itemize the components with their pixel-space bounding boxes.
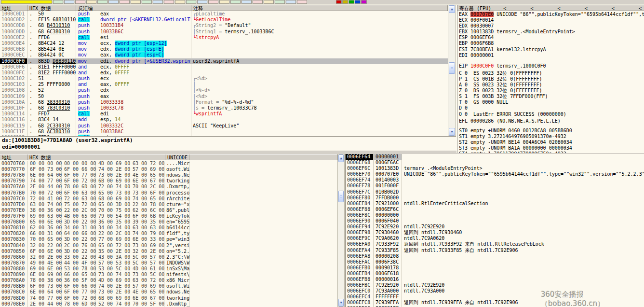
register-row[interactable]: O 0 LastErr ERROR_SUCCESS (00000000) <box>457 112 644 117</box>
scrollbar-thumb[interactable] <box>338 191 344 202</box>
toolbar-button[interactable] <box>197 0 207 4</box>
stack-row[interactable]: 0006EF847C921000ntdll.RtlEnterCriticalSe… <box>346 201 644 207</box>
disasm-row[interactable]: 1000C0DD. 68 6C3B0310push10033B6C│String… <box>0 29 448 35</box>
memory-dump-pane[interactable]: 地址 HEX 数据 UNICODE 0007076000 00 00 0000 … <box>0 154 337 307</box>
history-arrows[interactable]: < < < < < < <box>503 5 644 11</box>
dump-row[interactable]: 000708A078 00 38 0036 00 5F 004D 00 69 0… <box>0 278 337 283</box>
register-row[interactable]: EDX 00030007 <box>457 23 644 29</box>
register-row[interactable]: EBP 0006F6B8 <box>457 41 644 46</box>
disasm-row[interactable]: 1000C0E4. 8B4C24 12movecx, dword ptr [es… <box>0 41 448 46</box>
register-row[interactable]: ESI 7C80BEA1 kernel32.lstrcpyA <box>457 47 644 53</box>
toolbar-button[interactable] <box>97 0 107 4</box>
toolbar-button[interactable] <box>153 0 163 4</box>
dump-row[interactable]: 000707C072 00 41 0072 00 63 0068 00 69 0… <box>0 196 337 202</box>
disasm-row[interactable]: 1000C119. 68 2C330310push1003332CASCII "… <box>0 123 448 129</box>
toolbar-button[interactable] <box>164 0 174 4</box>
register-row[interactable]: D 0 <box>457 105 644 111</box>
dump-row[interactable]: 0007082066 00 31 0064 00 66 0022 00 2C 0… <box>0 231 337 237</box>
stack-pane[interactable]: 0006EF64000000010006EF680006F6AC0006EF6C… <box>345 154 644 307</box>
register-row[interactable]: EBX 1001383D termsrv_.<ModuleEntryPoint> <box>457 29 644 35</box>
register-row[interactable]: C 0 ES 0023 32位 0(FFFFFFFF) <box>457 70 644 76</box>
dump-row[interactable]: 000707806E 00 64 006F 00 77 0073 00 2E 0… <box>0 172 337 178</box>
stack-row[interactable]: 0006EF9C7C9A0620ntdll.7C9A0620 <box>346 236 644 241</box>
disasm-row[interactable]: 1000C102. 51pushecx┌<%d> <box>0 76 448 82</box>
dump-row[interactable]: 0007088069 00 6E 0053 00 78 0053 00 5C 0… <box>0 266 337 272</box>
stack-row[interactable]: 0006EF807FFDB000 <box>346 195 644 201</box>
disasm-row[interactable]: 1000C10A. 68 38330310push10033338│Format… <box>0 99 448 105</box>
toolbar-button[interactable] <box>53 0 63 4</box>
dump-row[interactable]: 000708C06E 00 64 006F 00 77 0073 00 2E 0… <box>0 289 337 295</box>
disasm-row[interactable]: 1000C0F0. 8B3D D8B30110movedi, dword ptr… <box>0 58 448 64</box>
disasm-row[interactable]: 1000C108. 52pushedx│<%-d> <box>0 87 448 93</box>
toolbar-button[interactable] <box>208 0 218 4</box>
toolbar-button[interactable] <box>131 0 141 4</box>
toolbar-button[interactable] <box>230 0 241 4</box>
registers-pane[interactable]: 寄存器 (FPU) < < < < < < EAX 000707E0 UNICO… <box>457 5 644 153</box>
toolbar-letter-button[interactable] <box>361 0 367 4</box>
stack-row[interactable]: 0006EF78001F000F <box>346 183 644 189</box>
toolbar-dropdown[interactable] <box>1 0 52 4</box>
dump-row[interactable]: 000707B070 00 72 006F 00 63 0065 00 73 0… <box>0 190 337 196</box>
scroll-down-icon[interactable]: ▼ <box>449 128 455 136</box>
register-row[interactable]: EAX 000707E0 UNICODE "86"",publicKeyToke… <box>457 12 644 17</box>
toolbar-letter-button[interactable] <box>349 0 354 4</box>
disasm-row[interactable]: 1000C0FC. 81E2 FFFF0000andedx, 0FFFF <box>0 70 448 76</box>
disasm-row[interactable]: 1000C0D8. 68 B4310310push100331B4┌String… <box>0 23 448 28</box>
toolbar-button[interactable] <box>120 0 130 4</box>
scroll-up-icon[interactable]: ▲ <box>449 5 455 13</box>
register-row[interactable]: T 0 GS 0000 NULL <box>457 99 644 105</box>
stack-row[interactable]: 0006EF680006F6AC <box>346 160 644 166</box>
dump-row[interactable]: 0007087049 00 4E 0044 00 4F 0057 00 53 0… <box>0 260 337 266</box>
stack-row[interactable]: 0006EF7400140003 <box>346 177 644 183</box>
toolbar-letter-button[interactable] <box>336 0 342 4</box>
register-row[interactable]: Z 0 DS 0023 32位 0(FFFFFFFF) <box>457 88 644 94</box>
dump-row[interactable]: 000708D074 00 77 006F 00 72 006B 00 69 0… <box>0 295 337 301</box>
toolbar-button[interactable] <box>186 0 196 4</box>
register-row[interactable]: ESP 0006EF64 <box>457 35 644 41</box>
register-row[interactable]: EFL 00000286 (NO,NB,NE,A,S,PE,L,LE) <box>457 118 644 124</box>
dump-row[interactable]: 0007084032 00 22 002C 00 76 0065 00 72 0… <box>0 243 337 249</box>
stack-row[interactable]: 0006EF6400000001 <box>346 154 644 160</box>
register-row[interactable]: EIP 1000C0F0 termsrv_.1000C0F0 <box>457 63 644 69</box>
scrollbar-thumb[interactable] <box>449 62 455 74</box>
toolbar-button[interactable] <box>175 0 185 4</box>
toolbar-button[interactable] <box>86 0 96 4</box>
register-row[interactable]: ST3 empty -UNORM BA1A 00000000 00000034 <box>457 145 644 151</box>
disasm-row[interactable]: 1000C0D2. FF15 68B10110calldword ptr [<&… <box>0 17 448 23</box>
register-row[interactable]: ST2 empty -UNORM BE14 004A6C04 02080034 <box>457 140 644 145</box>
toolbar-button[interactable] <box>275 0 285 4</box>
stack-row[interactable]: 0006EFA800000208 <box>346 253 644 259</box>
toolbar-button[interactable] <box>108 0 119 4</box>
stack-row[interactable]: 0006EF947C92E920ntdll.7C92E920 <box>346 224 644 230</box>
stack-row[interactable]: 0006EFB800000016 <box>346 277 644 282</box>
toolbar-button[interactable] <box>242 0 252 4</box>
register-row[interactable]: EDI 00000001 <box>457 53 644 58</box>
disasm-row[interactable]: 1000C114. FFD7calledi└wsprintfA <box>0 111 448 117</box>
dump-row[interactable]: 000708506F 00 6E 003D 00 22 0035 00 2E 0… <box>0 249 337 254</box>
toolbar-button[interactable] <box>142 0 152 4</box>
stack-row[interactable]: 0006EF987C930460返回到 ntdll.7C930460 <box>346 230 644 236</box>
dump-row[interactable]: 0007086032 00 2E 0033 00 22 0043 00 3A 0… <box>0 254 337 260</box>
scroll-up-icon[interactable]: ▲ <box>338 154 344 162</box>
disasm-row[interactable]: 1000C109. 50pusheax│<%d> <box>0 94 448 99</box>
disasm-row[interactable]: 1000C0EC. 8B4424 0Cmoveax, dword ptr [es… <box>0 52 448 58</box>
dump-scrollbar[interactable]: ▲ ▼ <box>337 154 345 307</box>
stack-row[interactable]: 0006EFA07C933F92返回到 ntdll.7C933F92 来自 nt… <box>346 241 644 247</box>
register-row[interactable]: S 1 FS 003B 32位 7FFDF000(FFF) <box>457 94 644 99</box>
disasm-row[interactable]: 1000C0F6. 81E1 FFFF0000andecx, 0FFFF <box>0 64 448 70</box>
dump-row[interactable]: 000708B06F 00 73 006F 00 66 0074 00 2E 0… <box>0 283 337 289</box>
dump-row[interactable]: 000708E02E 00 44 0078 00 6D 0052 00 74 0… <box>0 301 337 307</box>
toolbar-button[interactable] <box>219 0 229 4</box>
toolbar-button[interactable] <box>264 0 274 4</box>
stack-row[interactable]: 0006EFAC0006F38C <box>346 259 644 265</box>
disassembly-scrollbar[interactable]: ▲ ▼ <box>448 5 456 136</box>
stack-row[interactable]: 0006EF880006EF6C <box>346 207 644 212</box>
stack-row[interactable]: 0006EF7C010B002D <box>346 189 644 195</box>
disasm-row[interactable]: 1000C103. 25 FFFF0000andeax, 0FFFF│ <box>0 82 448 87</box>
dump-row[interactable]: 0007080065 00 6E 003D 00 22 0036 00 35 0… <box>0 219 337 225</box>
stack-row[interactable]: 0006EF8C00000000 <box>346 212 644 218</box>
register-row[interactable]: ECX 000F0014 <box>457 17 644 23</box>
register-row[interactable]: A 0 SS 0023 32位 0(FFFFFFFF) <box>457 82 644 88</box>
dump-row[interactable]: 000707706F 00 73 006F 00 66 0074 00 2E 0… <box>0 167 337 172</box>
toolbar-button[interactable] <box>75 0 85 4</box>
